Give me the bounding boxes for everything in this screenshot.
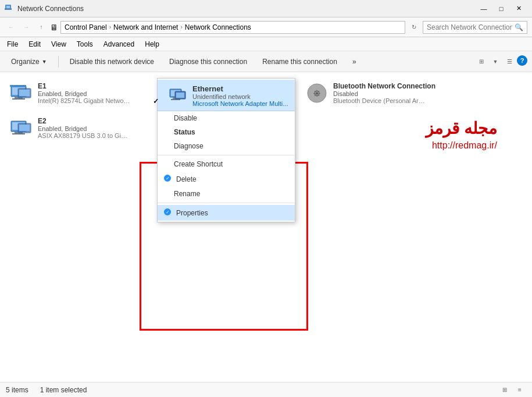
disable-label: Disable this network device: [70, 58, 154, 66]
view-details-button[interactable]: ☰: [503, 55, 516, 68]
network-desc: Bluetooth Device (Personal Area ...: [333, 97, 426, 104]
help-button[interactable]: ?: [517, 55, 527, 66]
svg-rect-28: [176, 93, 184, 98]
network-item-e1[interactable]: E1 Enabled, Bridged Intel(R) 82574L Giga…: [5, 77, 150, 109]
ctx-diagnose-label: Diagnose: [174, 142, 203, 150]
ctx-create-shortcut[interactable]: Create Shortcut: [158, 157, 295, 171]
breadcrumb-sep: ›: [180, 24, 182, 30]
network-info-e1: E1 Enabled, Bridged Intel(R) 82574L Giga…: [38, 82, 145, 104]
svg-rect-22: [19, 125, 30, 131]
ctx-properties-label: Properties: [176, 209, 208, 217]
toolbar-separator: [58, 56, 59, 68]
watermark-url: http://redmag.ir/: [432, 140, 497, 151]
network-status: Enabled, Bridged: [38, 90, 145, 97]
ctx-delete[interactable]: ✓ Delete: [158, 171, 295, 187]
svg-text:✓: ✓: [166, 210, 170, 215]
ctx-diagnose[interactable]: Diagnose: [158, 139, 295, 153]
toolbar: Organize ▼ Disable this network device D…: [0, 51, 532, 72]
minimize-button[interactable]: —: [475, 0, 492, 17]
breadcrumb[interactable]: Control Panel › Network and Internet › N…: [60, 21, 405, 34]
menu-tools[interactable]: Tools: [72, 39, 98, 49]
svg-text:✓: ✓: [166, 176, 170, 181]
network-item-bluetooth[interactable]: ⎈ Bluetooth Network Connection Disabled …: [300, 77, 445, 109]
organize-label: Organize: [11, 58, 40, 66]
network-status: Disabled: [333, 90, 440, 97]
network-icon-e2: [10, 116, 33, 140]
breadcrumb-item: Network and Internet: [113, 23, 178, 31]
ctx-properties-icon: ✓: [163, 208, 172, 218]
ctx-create-shortcut-label: Create Shortcut: [174, 160, 223, 168]
svg-rect-1: [6, 6, 10, 8]
ctx-delete-icon: ✓: [163, 174, 172, 184]
status-view-list[interactable]: ≡: [513, 384, 526, 396]
network-grid: E1 Enabled, Bridged Intel(R) 82574L Giga…: [0, 72, 532, 382]
watermark-text: مجله قرمز: [426, 119, 497, 138]
network-desc: Intel(R) 82574L Gigabit Network C...: [38, 97, 131, 104]
menu-advanced[interactable]: Advanced: [99, 39, 139, 49]
view-dropdown-button[interactable]: ▼: [489, 55, 502, 68]
status-view-tiles[interactable]: ⊞: [498, 384, 511, 396]
ctx-separator-2: [158, 203, 295, 203]
breadcrumb-icon: 🖥: [50, 23, 58, 32]
rename-button[interactable]: Rename this connection: [256, 55, 344, 69]
ctx-separator-1: [158, 155, 295, 155]
diagnose-button[interactable]: Diagnose this connection: [163, 55, 253, 69]
window-title: Network Connections: [17, 5, 84, 13]
window-icon: [5, 3, 14, 14]
menu-help[interactable]: Help: [140, 39, 164, 49]
search-input[interactable]: [427, 23, 512, 31]
ctx-adapter-sub: Unidentified network: [192, 93, 288, 100]
back-button[interactable]: ←: [5, 21, 17, 34]
ctx-rename[interactable]: Rename: [158, 187, 295, 201]
menu-bar: File Edit View Tools Advanced Help: [0, 37, 532, 51]
watermark: مجله قرمز http://redmag.ir/: [426, 119, 497, 151]
forward-button[interactable]: →: [20, 21, 33, 34]
context-menu-adapter-icon: [169, 87, 188, 105]
title-bar: Network Connections — □ ✕: [0, 0, 532, 17]
network-desc: ASIX AX88179 USB 3.0 to Gigabit E...: [38, 132, 131, 139]
up-button[interactable]: ↑: [35, 21, 48, 34]
more-label: »: [352, 58, 356, 66]
network-name: E2: [38, 117, 145, 125]
ctx-status[interactable]: Status: [158, 125, 295, 139]
svg-rect-6: [12, 98, 25, 100]
more-button[interactable]: »: [346, 55, 363, 69]
svg-rect-9: [19, 90, 30, 96]
network-info-bluetooth: Bluetooth Network Connection Disabled Bl…: [333, 82, 440, 104]
disable-button[interactable]: Disable this network device: [63, 55, 160, 69]
view-tiles-button[interactable]: ⊞: [475, 55, 488, 68]
menu-file[interactable]: File: [2, 39, 23, 49]
search-icon: 🔍: [515, 23, 523, 31]
menu-edit[interactable]: Edit: [24, 39, 45, 49]
context-menu: ✓ Ethernet Unidentified network Microsof…: [157, 78, 295, 222]
network-icon-bluetooth: ⎈: [305, 81, 329, 105]
network-name: Bluetooth Network Connection: [333, 82, 440, 90]
svg-text:⎈: ⎈: [313, 86, 320, 99]
ctx-status-label: Status: [174, 128, 195, 136]
menu-view[interactable]: View: [47, 39, 71, 49]
window-controls: — □ ✕: [475, 0, 527, 17]
search-box[interactable]: 🔍: [423, 21, 527, 34]
ctx-adapter-sub2: Microsoft Network Adapter Multi...: [192, 100, 288, 107]
diagnose-label: Diagnose this connection: [169, 58, 247, 66]
context-menu-header-info: Ethernet Unidentified network Microsoft …: [192, 84, 288, 107]
address-bar: ← → ↑ 🖥 Control Panel › Network and Inte…: [0, 17, 532, 37]
network-icon-e1: [10, 81, 33, 105]
organize-arrow: ▼: [42, 59, 47, 65]
ctx-disable[interactable]: Disable: [158, 111, 295, 125]
status-view-icons: ⊞ ≡: [498, 384, 526, 396]
breadcrumb-item: Network Connections: [185, 23, 251, 31]
organize-button[interactable]: Organize ▼: [5, 55, 53, 69]
network-item-e2[interactable]: E2 Enabled, Bridged ASIX AX88179 USB 3.0…: [5, 112, 150, 144]
breadcrumb-item: Control Panel: [65, 23, 107, 31]
status-count: 5 items: [6, 386, 28, 394]
refresh-button[interactable]: ↻: [408, 21, 420, 34]
status-selected: 1 item selected: [40, 386, 87, 394]
svg-rect-2: [5, 8, 12, 10]
ctx-properties[interactable]: ✓ Properties: [158, 205, 295, 221]
svg-rect-7: [10, 85, 26, 87]
svg-rect-20: [12, 133, 25, 134]
close-button[interactable]: ✕: [510, 0, 527, 17]
maximize-button[interactable]: □: [492, 0, 510, 17]
ctx-rename-label: Rename: [174, 190, 200, 198]
